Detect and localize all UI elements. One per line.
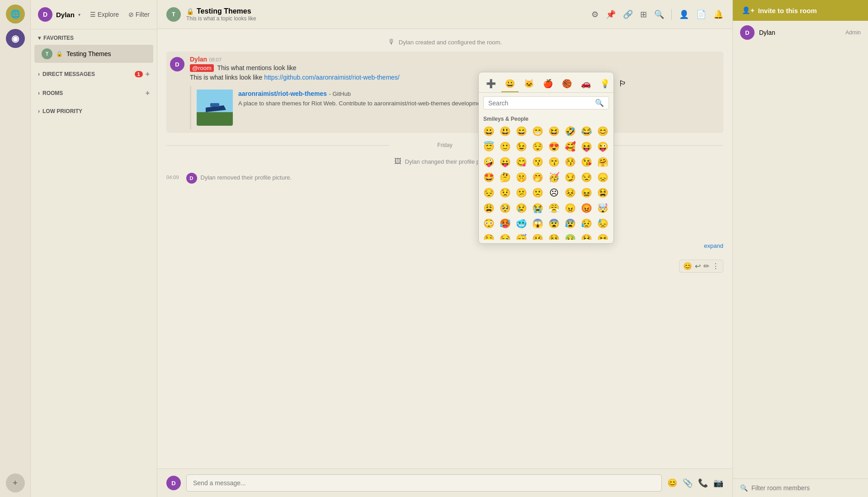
emoji-cell[interactable]: 😛: [498, 155, 512, 169]
emoji-cell[interactable]: 😤: [547, 201, 561, 215]
emoji-cell[interactable]: 😏: [563, 170, 577, 185]
emoji-cell[interactable]: 😚: [563, 155, 577, 169]
emoji-cell[interactable]: 😡: [579, 201, 594, 215]
emoji-cell[interactable]: 😨: [547, 216, 561, 231]
emoji-cell[interactable]: 😗: [530, 155, 545, 169]
emoji-cell[interactable]: 😇: [481, 139, 496, 154]
emoji-cell[interactable]: 😭: [530, 201, 545, 215]
emoji-cell[interactable]: 😱: [530, 216, 545, 231]
emoji-cell[interactable]: 🤣: [563, 124, 577, 138]
emoji-cell[interactable]: 😙: [547, 155, 561, 169]
bell-icon[interactable]: 🔔: [713, 9, 723, 19]
voice-icon[interactable]: 📞: [698, 478, 708, 488]
globe-icon[interactable]: 🌐: [6, 5, 25, 24]
matrix-icon[interactable]: ◉: [6, 29, 25, 48]
emoji-cell[interactable]: 🙁: [530, 185, 545, 200]
emoji-cell[interactable]: 🤔: [498, 170, 512, 185]
emoji-react-icon[interactable]: 😊: [683, 262, 692, 270]
emoji-cell[interactable]: 🤢: [563, 232, 577, 240]
emoji-cell[interactable]: 😴: [514, 232, 528, 240]
favorites-header[interactable]: ▾ FAVORITES: [31, 31, 157, 45]
add-room-button[interactable]: +: [146, 89, 150, 97]
emoji-cell[interactable]: 🤤: [481, 232, 496, 240]
emoji-cell[interactable]: 😒: [579, 170, 594, 185]
emoji-cell[interactable]: 😪: [498, 232, 512, 240]
video-icon[interactable]: 📷: [713, 478, 723, 488]
emoji-cell[interactable]: 😝: [579, 139, 594, 154]
emoji-search-input[interactable]: [488, 99, 591, 107]
emoji-cell[interactable]: 😁: [530, 124, 545, 138]
message-input[interactable]: [186, 474, 662, 492]
emoji-cell[interactable]: 🙂: [498, 139, 512, 154]
rooms-header[interactable]: › ROOMS +: [31, 85, 157, 101]
emoji-cell[interactable]: 😰: [563, 216, 577, 231]
user-info[interactable]: D Dylan ▾: [38, 7, 80, 22]
emoji-cell[interactable]: 😄: [514, 124, 528, 138]
emoji-cell[interactable]: 😵: [547, 232, 561, 240]
emoji-cell[interactable]: 🤯: [595, 201, 610, 215]
emoji-cell[interactable]: 😕: [514, 185, 528, 200]
search-icon[interactable]: 🔍: [654, 9, 664, 19]
emoji-cell[interactable]: 🥴: [530, 232, 545, 240]
emoji-cell[interactable]: 😞: [595, 170, 610, 185]
message-link[interactable]: https://github.com/aaronraimist/riot-web…: [264, 74, 400, 81]
share-icon[interactable]: 🔗: [623, 9, 633, 19]
emoji-tab-plus[interactable]: ➕: [482, 76, 500, 92]
emoji-cell[interactable]: 😃: [498, 124, 512, 138]
emoji-cell[interactable]: 🥶: [514, 216, 528, 231]
emoji-cell[interactable]: 😫: [595, 185, 610, 200]
attach-icon[interactable]: 📎: [683, 478, 693, 488]
emoji-cell[interactable]: 😀: [481, 124, 496, 138]
add-space-button[interactable]: +: [6, 473, 25, 492]
explore-button[interactable]: ☰ Explore: [90, 11, 119, 18]
more-options-icon[interactable]: ⋮: [712, 262, 719, 270]
emoji-cell[interactable]: 🥰: [563, 139, 577, 154]
pin-icon[interactable]: 📌: [606, 9, 616, 19]
people-icon[interactable]: 👤: [679, 9, 689, 19]
emoji-cell[interactable]: 😢: [514, 201, 528, 215]
emoji-tab-travel[interactable]: 🚗: [577, 76, 594, 92]
emoji-cell[interactable]: 😉: [514, 139, 528, 154]
emoji-cell[interactable]: 🤪: [481, 155, 496, 169]
emoji-cell[interactable]: 😥: [579, 216, 594, 231]
emoji-cell[interactable]: 😟: [498, 185, 512, 200]
emoji-icon[interactable]: 😊: [667, 478, 677, 488]
emoji-cell[interactable]: 🤩: [481, 170, 496, 185]
emoji-cell[interactable]: 😩: [481, 201, 496, 215]
emoji-cell[interactable]: 😌: [530, 139, 545, 154]
emoji-tab-objects[interactable]: 💡: [596, 76, 613, 92]
emoji-cell[interactable]: 🤫: [514, 170, 528, 185]
sidebar-item-testing-themes[interactable]: T 🔒 Testing Themes: [34, 45, 153, 63]
reply-icon[interactable]: ↩: [695, 262, 701, 270]
emoji-cell[interactable]: 🤮: [579, 232, 594, 240]
emoji-cell[interactable]: 😣: [563, 185, 577, 200]
emoji-cell[interactable]: 🥳: [547, 170, 561, 185]
emoji-cell[interactable]: 😆: [547, 124, 561, 138]
emoji-cell[interactable]: 🥺: [498, 201, 512, 215]
emoji-tab-food[interactable]: 🍎: [539, 76, 557, 92]
emoji-cell[interactable]: 😘: [579, 155, 594, 169]
emoji-cell[interactable]: 😔: [481, 185, 496, 200]
emoji-cell[interactable]: 🤗: [595, 155, 610, 169]
emoji-cell[interactable]: 😳: [481, 216, 496, 231]
filter-button[interactable]: ⊘ Filter: [128, 11, 150, 18]
emoji-cell[interactable]: 😓: [595, 216, 610, 231]
emoji-cell[interactable]: 🤭: [530, 170, 545, 185]
expand-link[interactable]: expand: [704, 242, 723, 249]
emoji-cell[interactable]: 😂: [579, 124, 594, 138]
edit-icon[interactable]: ✏: [703, 262, 709, 270]
emoji-cell[interactable]: 🤧: [595, 232, 610, 240]
emoji-cell[interactable]: ☹: [547, 185, 561, 200]
emoji-cell[interactable]: 😖: [579, 185, 594, 200]
file-icon[interactable]: 📄: [696, 9, 706, 19]
emoji-cell[interactable]: 😜: [595, 139, 610, 154]
emoji-tab-activities[interactable]: 🏀: [558, 76, 576, 92]
grid-icon[interactable]: ⊞: [640, 9, 647, 19]
filter-members-input[interactable]: [751, 484, 861, 492]
emoji-tab-flags[interactable]: 🏳: [615, 76, 631, 92]
settings-icon[interactable]: ⚙: [591, 9, 599, 19]
emoji-cell[interactable]: 🥵: [498, 216, 512, 231]
low-priority-header[interactable]: › LOW PRIORITY: [31, 104, 157, 118]
emoji-tab-smileys[interactable]: 😀: [501, 76, 519, 92]
emoji-tab-animals[interactable]: 🐱: [520, 76, 538, 92]
